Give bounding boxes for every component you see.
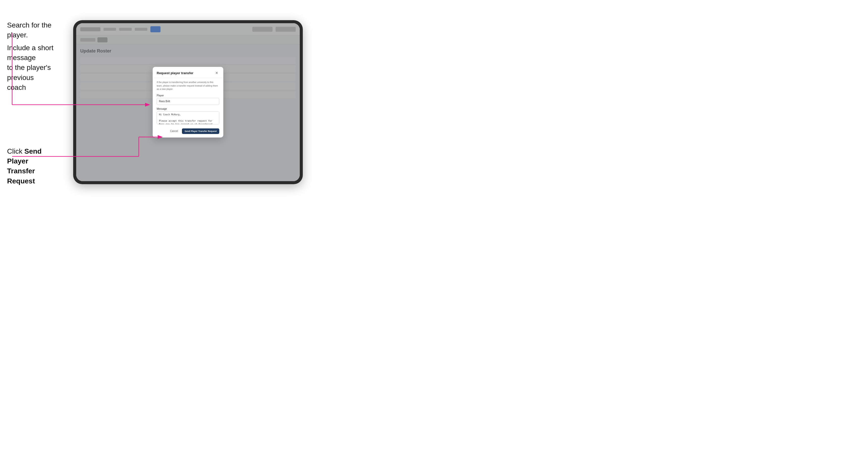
- send-transfer-button[interactable]: Send Player Transfer Request: [182, 128, 219, 134]
- modal-actions: Cancel Send Player Transfer Request: [157, 128, 219, 134]
- cancel-button[interactable]: Cancel: [168, 129, 180, 133]
- modal-body: If the player is transferring from anoth…: [153, 78, 223, 137]
- close-button[interactable]: ✕: [214, 70, 219, 75]
- modal-header: Request player transfer ✕: [153, 67, 223, 78]
- player-label: Player: [157, 94, 219, 97]
- annotation-search: Search for the player.: [7, 20, 71, 40]
- modal-overlay: Request player transfer ✕ If the player …: [76, 23, 300, 181]
- annotation-click: Click Send PlayerTransfer Request: [7, 146, 63, 186]
- modal-title: Request player transfer: [157, 71, 193, 75]
- modal-description: If the player is transferring from anoth…: [157, 81, 219, 91]
- annotation-message: Include a short messageto the player's p…: [7, 43, 68, 92]
- tablet-device: Update Roster Request player transfer ✕ …: [73, 20, 303, 184]
- player-input[interactable]: [157, 98, 219, 105]
- transfer-request-modal: Request player transfer ✕ If the player …: [153, 67, 223, 137]
- message-textarea[interactable]: Hi Coach McHarg, Please accept this tran…: [157, 111, 219, 124]
- message-label: Message: [157, 107, 219, 110]
